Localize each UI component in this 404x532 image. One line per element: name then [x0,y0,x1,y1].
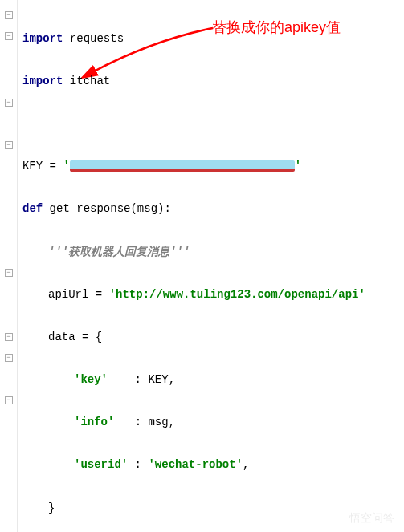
dict-value: : msg, [114,416,175,428]
comma: , [243,458,249,471]
code-editor[interactable]: import requests import itchat KEY = '' d… [18,6,365,532]
fold-icon[interactable]: − [5,11,13,19]
fold-icon[interactable]: − [5,141,13,149]
fold-icon[interactable]: − [5,99,13,107]
assignment-data: data = { [48,331,102,343]
string-quote: ' [295,160,301,173]
gutter: − − − − − − − − [0,0,18,532]
fold-icon[interactable]: − [5,269,13,277]
dict-key: 'info' [74,416,114,428]
dict-value-string: 'wechat-robot' [148,458,243,471]
keyword-def: def [22,202,43,215]
colon-separator: : [128,458,148,471]
fold-icon[interactable]: − [5,354,13,362]
brace-close: } [48,502,55,514]
assignment-apiurl: apiUrl = [48,288,109,301]
keyword-import: import [22,75,63,87]
watermark: 悟空问答 [349,511,394,526]
assignment-key: KEY = [22,160,63,173]
dict-value: : KEY, [108,373,175,386]
function-signature: get_response(msg): [43,202,171,215]
fold-icon[interactable]: − [5,333,13,341]
module-name: itchat [63,75,110,87]
fold-icon[interactable]: − [5,32,13,40]
string-url: 'http://www.tuling123.com/openapi/api' [109,288,365,301]
fold-icon[interactable]: − [5,396,13,404]
dict-key: 'userid' [74,458,128,471]
dict-key: 'key' [74,373,108,386]
redacted-apikey [70,160,295,172]
module-name: requests [63,32,124,45]
keyword-import: import [22,32,63,45]
docstring: '''获取机器人回复消息''' [48,246,190,258]
string-quote: ' [63,160,69,173]
